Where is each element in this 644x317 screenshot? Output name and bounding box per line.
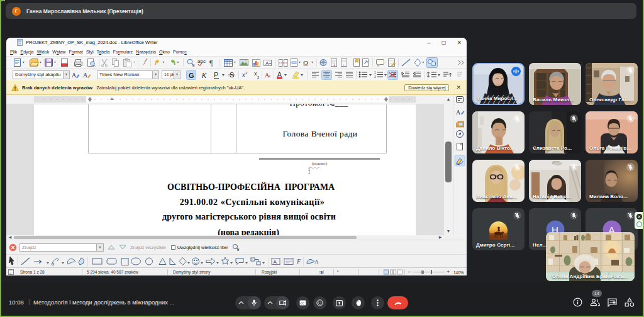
svg-text:P: P bbox=[214, 71, 218, 79]
svg-text:K: K bbox=[202, 72, 207, 79]
svg-text:A: A bbox=[72, 72, 77, 79]
svg-text:G: G bbox=[189, 72, 194, 79]
svg-text:A: A bbox=[265, 72, 270, 79]
svg-text:A: A bbox=[277, 71, 282, 78]
svg-text:A: A bbox=[456, 109, 461, 116]
svg-text:2: 2 bbox=[374, 75, 376, 79]
svg-text:A: A bbox=[274, 259, 277, 264]
svg-text:1: 1 bbox=[374, 70, 376, 74]
svg-text:d: d bbox=[237, 248, 239, 252]
svg-text:d: d bbox=[192, 64, 194, 67]
svg-text:cc: cc bbox=[301, 301, 304, 305]
svg-text:F: F bbox=[296, 258, 301, 265]
svg-text:i: i bbox=[343, 63, 344, 67]
svg-text:Ω: Ω bbox=[303, 59, 308, 67]
svg-text:A: A bbox=[314, 259, 319, 265]
svg-text:¶: ¶ bbox=[209, 58, 213, 67]
svg-text:A: A bbox=[83, 72, 88, 79]
svg-text:2: 2 bbox=[257, 75, 260, 79]
svg-text:2: 2 bbox=[245, 71, 248, 75]
svg-text:A≡: A≡ bbox=[265, 60, 272, 66]
